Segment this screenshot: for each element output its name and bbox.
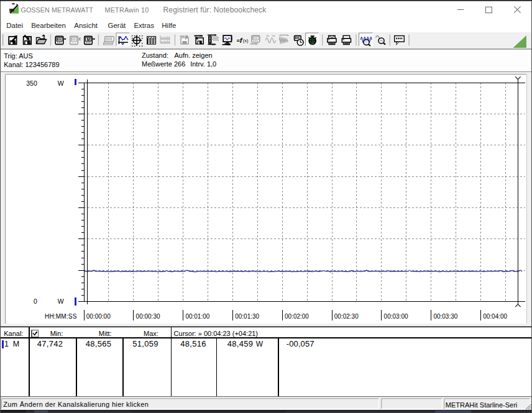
svg-text:00:00:00: 00:00:00	[86, 313, 111, 320]
svg-text:Meßwerte 266: Meßwerte 266	[142, 60, 185, 68]
svg-text:00:02:00: 00:02:00	[285, 313, 309, 320]
svg-text:1: 1	[4, 340, 9, 348]
svg-text:Registriert für: Notebookcheck: Registriert für: Notebookcheck	[163, 6, 267, 14]
svg-text:METRAwin 10: METRAwin 10	[105, 6, 149, 14]
svg-text:Intrv. 1,0: Intrv. 1,0	[190, 60, 216, 68]
svg-text:Ansicht: Ansicht	[74, 22, 98, 29]
svg-text:W: W	[58, 297, 64, 305]
svg-text:W: W	[58, 79, 64, 87]
svg-text:Zustand:: Zustand:	[142, 52, 168, 59]
svg-text:0: 0	[34, 297, 37, 305]
svg-text:-00,057: -00,057	[287, 339, 314, 348]
svg-text:48,459: 48,459	[227, 339, 254, 348]
svg-text:Max:: Max:	[144, 330, 158, 337]
svg-text:48,565: 48,565	[86, 339, 112, 348]
svg-text:Mitt:: Mitt:	[99, 330, 112, 337]
svg-text:(x): (x)	[243, 38, 249, 43]
svg-text:Aufn. zeigen: Aufn. zeigen	[175, 52, 213, 59]
svg-text:00:02:30: 00:02:30	[334, 313, 359, 320]
svg-text:M: M	[87, 37, 90, 42]
svg-text:METRAHit Starline-Seri: METRAHit Starline-Seri	[446, 401, 518, 409]
svg-text:Extras: Extras	[134, 22, 154, 29]
svg-text:Gerät: Gerät	[108, 22, 127, 29]
svg-text:350: 350	[26, 79, 37, 87]
svg-text:HH:MM:SS: HH:MM:SS	[45, 313, 77, 320]
svg-text:W: W	[256, 340, 264, 348]
svg-text:00:00:30: 00:00:30	[136, 313, 160, 320]
svg-text:GOSSEN METRAWATT: GOSSEN METRAWATT	[21, 6, 94, 14]
svg-text:Datei: Datei	[6, 22, 23, 29]
svg-text:Bearbeiten: Bearbeiten	[31, 22, 66, 29]
svg-text:M: M	[13, 340, 19, 348]
svg-text:00:03:30: 00:03:30	[433, 313, 457, 320]
svg-text:Hilfe: Hilfe	[162, 22, 176, 29]
svg-text:00:01:00: 00:01:00	[185, 313, 209, 320]
svg-text:Cursor: » 00:04:23 (+04:21): Cursor: » 00:04:23 (+04:21)	[174, 330, 258, 337]
svg-text:47,742: 47,742	[37, 339, 63, 348]
svg-text:00:03:00: 00:03:00	[384, 313, 408, 320]
svg-text:Zum Ändern der Kanalskalierung: Zum Ändern der Kanalskalierung hier klic…	[3, 401, 149, 408]
svg-text:Trig: AUS: Trig: AUS	[4, 52, 33, 60]
svg-text:48,516: 48,516	[180, 339, 206, 348]
svg-text:Kanal: 123456789: Kanal: 123456789	[4, 61, 59, 68]
svg-text:Kanal:: Kanal:	[4, 330, 23, 337]
svg-text:00:04:00: 00:04:00	[483, 313, 507, 320]
svg-text:51,059: 51,059	[132, 339, 158, 348]
svg-text:Min:: Min:	[50, 330, 63, 337]
svg-text:00:01:30: 00:01:30	[235, 313, 259, 320]
